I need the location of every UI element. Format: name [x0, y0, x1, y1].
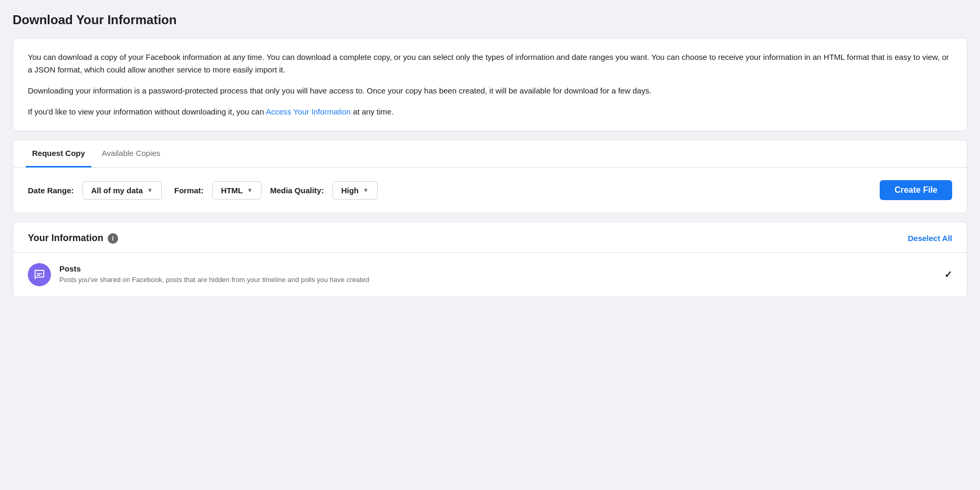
your-information-header: Your Information i Deselect All: [13, 222, 967, 253]
date-range-dropdown[interactable]: All of my data ▼: [82, 181, 162, 200]
your-information-title: Your Information: [28, 233, 103, 244]
format-value: HTML: [221, 186, 243, 195]
posts-checkbox[interactable]: ✓: [944, 269, 952, 280]
info-paragraph-3-suffix: at any time.: [351, 107, 394, 116]
media-quality-label: Media Quality:: [270, 186, 324, 195]
posts-text: Posts Posts you've shared on Facebook, p…: [59, 264, 936, 285]
date-range-label: Date Range:: [28, 186, 74, 195]
info-paragraph-3-prefix: If you'd like to view your information w…: [28, 107, 266, 116]
date-range-value: All of my data: [91, 186, 143, 195]
create-file-button[interactable]: Create File: [880, 180, 952, 200]
tab-available-copies[interactable]: Available Copies: [96, 140, 166, 168]
info-paragraph-1: You can download a copy of your Facebook…: [28, 51, 952, 76]
tabs-header: Request Copy Available Copies: [13, 140, 967, 168]
info-tooltip-icon[interactable]: i: [108, 233, 118, 244]
posts-icon: [28, 263, 51, 286]
info-paragraph-2: Downloading your information is a passwo…: [28, 85, 952, 97]
media-quality-value: High: [341, 186, 359, 195]
tab-request-copy[interactable]: Request Copy: [26, 140, 91, 168]
posts-item: Posts Posts you've shared on Facebook, p…: [13, 253, 967, 297]
deselect-all-link[interactable]: Deselect All: [908, 234, 953, 243]
format-dropdown[interactable]: HTML ▼: [212, 181, 262, 200]
info-card: You can download a copy of your Facebook…: [13, 38, 967, 131]
tabs-card: Request Copy Available Copies Date Range…: [13, 140, 967, 213]
your-information-card: Your Information i Deselect All Posts Po…: [13, 222, 967, 297]
media-quality-chevron-icon: ▼: [363, 187, 369, 193]
page-title: Download Your Information: [13, 13, 967, 27]
posts-title: Posts: [59, 264, 936, 273]
info-paragraph-3: If you'd like to view your information w…: [28, 106, 952, 118]
controls-row: Date Range: All of my data ▼ Format: HTM…: [28, 180, 952, 200]
media-quality-dropdown[interactable]: High ▼: [332, 181, 378, 200]
format-chevron-icon: ▼: [247, 187, 253, 193]
your-information-title-row: Your Information i: [28, 233, 118, 244]
format-label: Format:: [174, 186, 204, 195]
access-your-information-link[interactable]: Access Your Information: [266, 107, 351, 116]
tab-content: Date Range: All of my data ▼ Format: HTM…: [13, 168, 967, 213]
posts-description: Posts you've shared on Facebook, posts t…: [59, 275, 936, 285]
date-range-chevron-icon: ▼: [147, 187, 153, 193]
